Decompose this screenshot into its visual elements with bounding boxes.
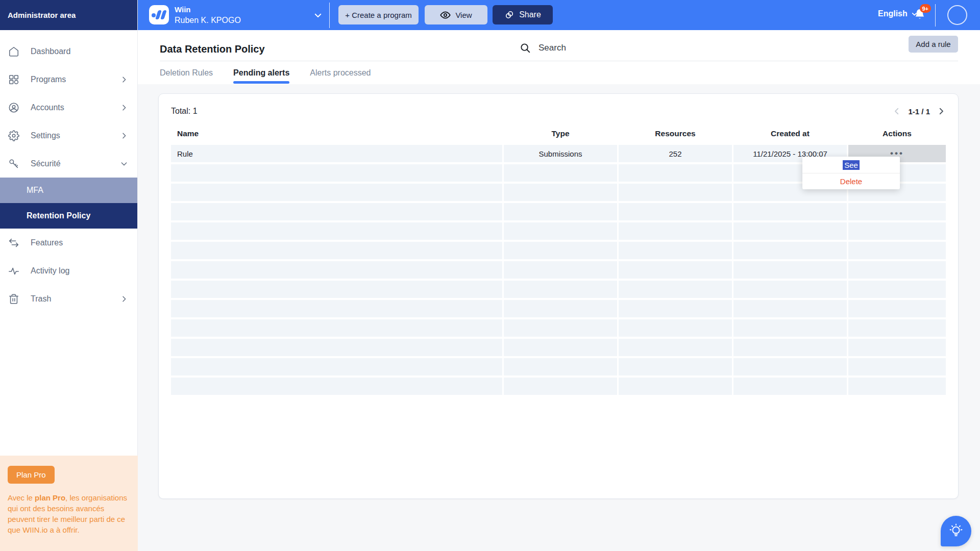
grid-icon [8, 73, 20, 86]
table-header: Name Type Resources Created at Actions [171, 124, 946, 143]
sidebar-item-label: Programs [31, 75, 120, 84]
menu-item-delete-label: Delete [840, 177, 862, 186]
sidebar-item-label: Features [31, 238, 128, 247]
sidebar-item-features[interactable]: Features [0, 229, 137, 257]
plan-pro-panel: Plan Pro Avec le plan Pro, les organisat… [0, 456, 138, 551]
empty-table-row [171, 203, 946, 220]
sidebar-subitem-retention-policy[interactable]: Retention Policy [0, 203, 137, 229]
empty-table-row [171, 300, 946, 317]
plan-pro-button[interactable]: Plan Pro [8, 466, 55, 484]
card-toolbar: Total: 1 1-1 / 1 [171, 105, 946, 117]
plan-text-prefix: Avec le [8, 493, 35, 502]
wiin-logo-icon [149, 5, 169, 24]
empty-table-row [171, 378, 946, 395]
sidebar-item-label: Dashboard [31, 47, 128, 56]
search-icon [520, 42, 531, 54]
sidebar-item-label: Settings [31, 131, 120, 140]
plan-text-bold: plan Pro [35, 493, 65, 502]
ellipsis-icon: ••• [890, 151, 904, 156]
eye-icon [440, 10, 451, 20]
column-header-created-at: Created at [733, 129, 847, 138]
sidebar-item-accounts[interactable]: Accounts [0, 93, 137, 121]
column-header-actions: Actions [848, 129, 946, 138]
total-count: Total: 1 [171, 107, 198, 116]
home-icon [8, 45, 20, 58]
swap-arrows-icon [8, 237, 20, 249]
lightbulb-icon [948, 523, 964, 539]
key-icon [8, 158, 20, 170]
search-placeholder: Search [538, 43, 566, 53]
workspace-chevron-down-icon[interactable] [313, 11, 323, 20]
cell-name: Rule [171, 145, 502, 162]
sidebar-item-security[interactable]: Sécurité [0, 149, 137, 178]
add-rule-button[interactable]: Add a rule [909, 36, 958, 53]
language-label: English [878, 9, 908, 18]
chevron-right-icon [120, 295, 128, 303]
chevron-right-icon [120, 104, 128, 112]
sidebar-item-programs[interactable]: Programs [0, 65, 137, 93]
create-program-button[interactable]: + Create a program [338, 5, 419, 24]
view-button[interactable]: View [425, 5, 487, 24]
column-header-name: Name [171, 129, 502, 138]
empty-table-row [171, 222, 946, 240]
sidebar-item-label: Sécurité [31, 159, 120, 168]
empty-table-row [171, 339, 946, 356]
menu-item-see[interactable]: See [802, 157, 900, 173]
tabs: Deletion Rules Pending alerts Alerts pro… [160, 61, 371, 84]
sidebar-subitem-label: Retention Policy [27, 211, 90, 220]
column-header-resources: Resources [619, 129, 732, 138]
tab-alerts-processed[interactable]: Alerts processed [310, 61, 371, 84]
sidebar: Administrator area Dashboard Programs Ac… [0, 0, 138, 551]
app-name: Wiin [175, 5, 241, 15]
activity-icon [8, 265, 20, 277]
topbar: Wiin Ruben K. KPOGO + Create a program V… [138, 0, 980, 30]
avatar[interactable] [947, 5, 967, 25]
main-content: Total: 1 1-1 / 1 Name Type Resources Cre… [138, 84, 980, 551]
sidebar-header: Administrator area [0, 0, 137, 30]
share-icon [504, 10, 514, 20]
row-actions-menu: See Delete [802, 157, 900, 189]
sidebar-item-label: Accounts [31, 103, 120, 112]
pagination-next-icon[interactable] [937, 107, 946, 116]
language-selector[interactable]: English [878, 9, 918, 18]
plan-pro-text: Avec le plan Pro, les organisations qui … [8, 492, 130, 535]
topbar-divider [329, 3, 330, 28]
notifications-badge: 9+ [920, 4, 931, 13]
chevron-right-icon [120, 76, 128, 84]
content-header: Data Retention Policy Search Add a rule … [138, 30, 980, 84]
search-input[interactable]: Search [520, 42, 566, 54]
cell-type: Submissions [504, 145, 617, 162]
sidebar-item-dashboard[interactable]: Dashboard [0, 37, 137, 65]
empty-table-row [171, 261, 946, 279]
tab-pending-alerts[interactable]: Pending alerts [233, 61, 289, 84]
sidebar-subitem-mfa[interactable]: MFA [0, 178, 137, 203]
empty-table-row [171, 242, 946, 259]
pagination-prev-icon[interactable] [892, 107, 901, 116]
sidebar-item-activity-log[interactable]: Activity log [0, 257, 137, 285]
topbar-divider [935, 4, 936, 27]
chevron-down-icon [120, 160, 128, 168]
column-header-type: Type [504, 129, 617, 138]
chevron-right-icon [120, 132, 128, 140]
sidebar-item-settings[interactable]: Settings [0, 121, 137, 149]
user-name: Ruben K. KPOGO [175, 15, 241, 26]
sidebar-item-label: Trash [31, 294, 120, 304]
pagination: 1-1 / 1 [892, 107, 946, 116]
share-button[interactable]: Share [493, 5, 553, 24]
empty-table-row [171, 281, 946, 298]
workspace-identity[interactable]: Wiin Ruben K. KPOGO [175, 5, 241, 26]
help-fab-button[interactable] [941, 516, 971, 546]
cell-resources: 252 [619, 145, 732, 162]
empty-table-row [171, 358, 946, 375]
gear-icon [8, 130, 20, 142]
sidebar-nav: Dashboard Programs Accounts Settings [0, 30, 137, 313]
menu-item-delete[interactable]: Delete [802, 173, 900, 189]
sidebar-header-label: Administrator area [8, 11, 76, 19]
sidebar-item-label: Activity log [31, 266, 128, 276]
empty-table-row [171, 319, 946, 337]
tab-deletion-rules[interactable]: Deletion Rules [160, 61, 213, 84]
sidebar-subitem-label: MFA [27, 186, 43, 195]
pagination-range: 1-1 / 1 [908, 107, 930, 116]
notifications-button[interactable]: 9+ [914, 7, 926, 20]
sidebar-item-trash[interactable]: Trash [0, 285, 137, 313]
